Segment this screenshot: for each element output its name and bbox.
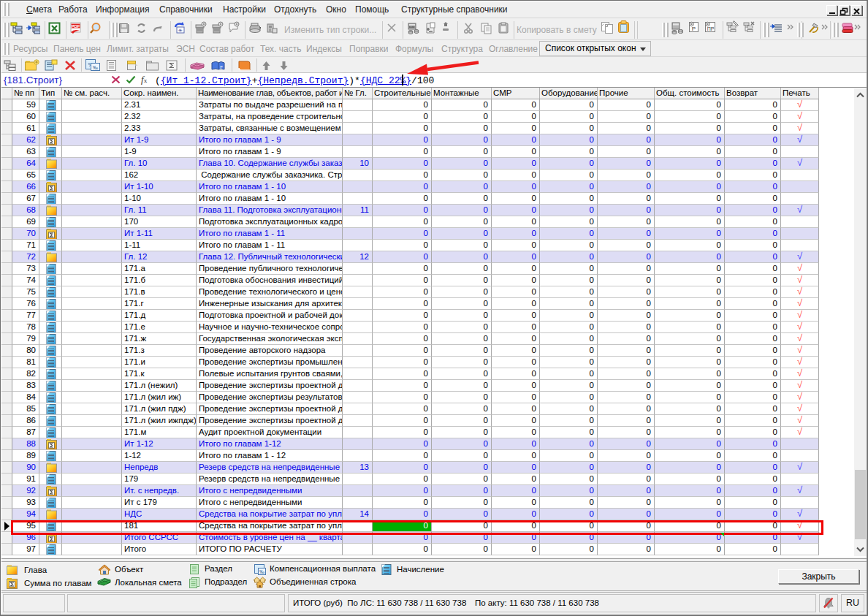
svg-text:‰: ‰ [93,65,98,70]
svg-text:‰: ‰ [259,569,264,574]
svg-text:✳: ✳ [178,28,183,33]
svg-text:F: F [220,64,223,70]
svg-text:P: P [692,26,696,32]
svg-text:ПР: ПР [707,26,715,31]
svg-text:PDF: PDF [72,24,80,28]
